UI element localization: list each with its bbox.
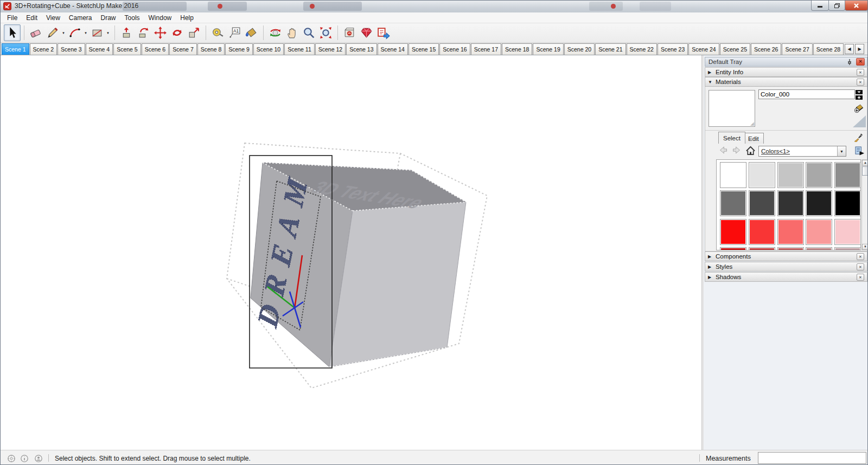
color-swatch[interactable] bbox=[749, 162, 775, 188]
color-swatch[interactable] bbox=[749, 219, 775, 245]
scene-tab-2[interactable]: Scene 2 bbox=[30, 43, 58, 55]
color-swatch[interactable] bbox=[834, 162, 861, 188]
scene-tab-16[interactable]: Scene 16 bbox=[439, 43, 470, 55]
extension-warehouse-button-icon[interactable] bbox=[358, 24, 375, 41]
scene-tab-12[interactable]: Scene 12 bbox=[315, 43, 346, 55]
scene-tab-18[interactable]: Scene 18 bbox=[502, 43, 532, 55]
scene-tab-5[interactable]: Scene 5 bbox=[113, 43, 141, 55]
sign-in-person-icon[interactable] bbox=[34, 454, 43, 463]
material-preview[interactable]: ◢ bbox=[709, 90, 755, 127]
color-swatch[interactable] bbox=[777, 247, 804, 250]
material-name-input[interactable] bbox=[758, 89, 855, 99]
arc-tool-icon[interactable] bbox=[67, 24, 84, 41]
paint-bucket-tool-icon[interactable] bbox=[243, 24, 260, 41]
scene-tab-9[interactable]: Scene 9 bbox=[225, 43, 253, 55]
expand-arrow-icon[interactable]: ▶ bbox=[708, 264, 716, 269]
color-swatch[interactable] bbox=[720, 219, 746, 245]
dropdown-arrow-icon[interactable]: ▼ bbox=[837, 146, 846, 156]
expand-arrow-icon[interactable]: ▶ bbox=[708, 70, 716, 75]
zoom-extents-tool-icon[interactable] bbox=[317, 24, 334, 41]
scene-tab-25[interactable]: Scene 25 bbox=[720, 43, 750, 55]
measurements-input[interactable] bbox=[758, 452, 866, 464]
text-tool-icon[interactable]: A1 bbox=[226, 24, 243, 41]
viewport-canvas[interactable]: 3D Text Here DREAM bbox=[1, 55, 701, 450]
tape-measure-tool-icon[interactable] bbox=[209, 24, 226, 41]
scene-tab-17[interactable]: Scene 17 bbox=[471, 43, 501, 55]
scene-tab-4[interactable]: Scene 4 bbox=[86, 43, 113, 55]
color-swatch[interactable] bbox=[834, 219, 861, 245]
color-swatch[interactable] bbox=[806, 247, 832, 250]
restore-button[interactable] bbox=[828, 1, 845, 11]
panel-close-button[interactable]: ✕ bbox=[857, 79, 864, 86]
secondary-pane-icon[interactable] bbox=[854, 89, 863, 100]
orbit-tool-icon[interactable] bbox=[267, 24, 284, 41]
color-swatch[interactable] bbox=[834, 190, 861, 216]
credits-icon[interactable] bbox=[20, 454, 29, 463]
arc-tool-dropdown-icon[interactable]: ▼ bbox=[82, 24, 89, 41]
push-pull-tool-icon[interactable] bbox=[118, 24, 135, 41]
viewport[interactable]: 3D Text Here DREAM bbox=[1, 55, 701, 450]
scene-tab-21[interactable]: Scene 21 bbox=[595, 43, 626, 55]
scale-tool-icon[interactable] bbox=[186, 24, 202, 41]
menu-camera[interactable]: Camera bbox=[65, 13, 97, 23]
line-tool-dropdown-icon[interactable]: ▼ bbox=[60, 24, 67, 41]
panel-close-button[interactable]: ✕ bbox=[857, 274, 864, 281]
scene-tab-7[interactable]: Scene 7 bbox=[169, 43, 197, 55]
scene-tab-26[interactable]: Scene 26 bbox=[751, 43, 781, 55]
home-icon[interactable] bbox=[745, 146, 756, 156]
close-button[interactable] bbox=[845, 1, 868, 11]
panel-close-button[interactable]: ✕ bbox=[857, 69, 864, 76]
panel-components[interactable]: ▶ Components ✕ bbox=[705, 251, 867, 261]
color-swatch[interactable] bbox=[806, 190, 832, 216]
scrollbar-thumb[interactable] bbox=[862, 166, 868, 176]
color-swatch[interactable] bbox=[749, 247, 775, 250]
create-material-icon[interactable] bbox=[853, 102, 865, 114]
scene-tab-3[interactable]: Scene 3 bbox=[58, 43, 85, 55]
scene-tab-13[interactable]: Scene 13 bbox=[346, 43, 376, 55]
scroll-up-icon[interactable]: ▲ bbox=[862, 160, 868, 166]
rectangle-tool-dropdown-icon[interactable]: ▼ bbox=[105, 24, 111, 41]
scene-tab-14[interactable]: Scene 14 bbox=[378, 43, 408, 55]
menu-draw[interactable]: Draw bbox=[97, 13, 120, 23]
scene-tab-8[interactable]: Scene 8 bbox=[197, 43, 225, 55]
scene-tab-27[interactable]: Scene 27 bbox=[782, 43, 812, 55]
panel-entity-info[interactable]: ▶ Entity Info ✕ bbox=[705, 67, 867, 77]
scene-tab-19[interactable]: Scene 19 bbox=[533, 43, 563, 55]
eyedropper-icon[interactable] bbox=[854, 132, 864, 142]
scene-tabs-scroll-left-button[interactable]: ◀ bbox=[845, 44, 854, 54]
expand-arrow-icon[interactable]: ▶ bbox=[708, 254, 716, 259]
color-swatch[interactable] bbox=[720, 247, 746, 250]
panel-materials[interactable]: ▼ Materials ✕ bbox=[705, 77, 867, 87]
rectangle-tool-icon[interactable] bbox=[89, 24, 106, 41]
pin-icon[interactable] bbox=[845, 58, 854, 66]
scene-tab-22[interactable]: Scene 22 bbox=[627, 43, 657, 55]
follow-me-tool-icon[interactable] bbox=[135, 24, 152, 41]
color-swatch[interactable] bbox=[834, 247, 861, 250]
geolocation-icon[interactable] bbox=[7, 454, 16, 463]
back-arrow-icon[interactable] bbox=[718, 146, 728, 156]
color-swatch[interactable] bbox=[777, 190, 804, 216]
scene-tab-10[interactable]: Scene 10 bbox=[253, 43, 284, 55]
color-swatch[interactable] bbox=[777, 162, 804, 188]
scene-tab-6[interactable]: Scene 6 bbox=[142, 43, 169, 55]
scene-tab-23[interactable]: Scene 23 bbox=[658, 43, 688, 55]
color-swatch[interactable] bbox=[720, 190, 746, 216]
scroll-down-icon[interactable]: ▼ bbox=[862, 244, 868, 250]
select-tool-icon[interactable] bbox=[4, 24, 21, 41]
color-swatch[interactable] bbox=[749, 190, 775, 216]
eraser-tool-icon[interactable] bbox=[28, 24, 44, 41]
scene-tab-28[interactable]: Scene 28 bbox=[813, 43, 844, 55]
color-swatch[interactable] bbox=[720, 162, 746, 188]
rotate-tool-icon[interactable] bbox=[169, 24, 186, 41]
scene-tab-24[interactable]: Scene 24 bbox=[688, 43, 719, 55]
tray-close-button[interactable]: ✕ bbox=[856, 58, 865, 66]
panel-styles[interactable]: ▶ Styles ✕ bbox=[705, 262, 867, 272]
pan-tool-icon[interactable] bbox=[284, 24, 301, 41]
menu-window[interactable]: Window bbox=[144, 13, 176, 23]
menu-edit[interactable]: Edit bbox=[22, 13, 42, 23]
menu-file[interactable]: File bbox=[3, 13, 22, 23]
tab-edit[interactable]: Edit bbox=[743, 133, 764, 144]
zoom-tool-icon[interactable] bbox=[301, 24, 317, 41]
swatch-scrollbar[interactable]: ▲ ▼ bbox=[861, 159, 868, 250]
panel-close-button[interactable]: ✕ bbox=[857, 253, 864, 260]
